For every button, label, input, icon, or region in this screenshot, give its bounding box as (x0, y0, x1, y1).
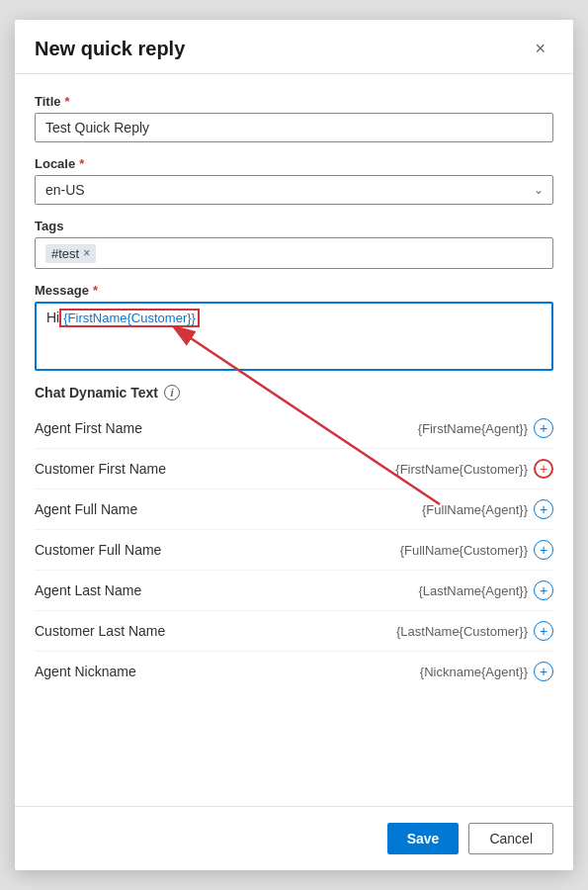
dynamic-text-label: Customer Last Name (35, 623, 396, 639)
title-required: * (65, 94, 70, 109)
tag-item: #test × (45, 244, 96, 263)
dynamic-text-label: Agent Last Name (35, 582, 418, 598)
dynamic-text-section: Chat Dynamic Text i Agent First Name{Fir… (35, 385, 553, 691)
message-group: Message * Hi{FirstName{Customer}} (35, 283, 553, 371)
tags-group: Tags #test × (35, 219, 553, 269)
dynamic-text-row: Customer Last Name{LastName{Customer}}+ (35, 611, 553, 652)
dynamic-text-value: {FullName{Agent}} (422, 502, 528, 517)
locale-required: * (79, 156, 84, 171)
dynamic-text-label: Agent First Name (35, 420, 418, 436)
dynamic-text-row: Agent Last Name{LastName{Agent}}+ (35, 571, 553, 611)
locale-label: Locale * (35, 156, 553, 171)
save-button[interactable]: Save (387, 823, 460, 854)
info-icon[interactable]: i (164, 385, 180, 400)
dynamic-text-list: Agent First Name{FirstName{Agent}}+Custo… (35, 408, 553, 691)
add-dynamic-text-button[interactable]: + (534, 540, 553, 560)
add-dynamic-text-button[interactable]: + (534, 418, 553, 438)
tag-remove-button[interactable]: × (83, 247, 90, 259)
title-label: Title * (35, 94, 553, 109)
dynamic-text-value: {FullName{Customer}} (400, 543, 528, 558)
locale-group: Locale * en-US fr-FR de-DE es-ES ⌄ (35, 156, 553, 205)
dynamic-text-row: Customer First Name{FirstName{Customer}}… (35, 449, 553, 490)
dialog-title: New quick reply (35, 38, 185, 60)
message-prefix: Hi (46, 310, 59, 325)
message-label: Message * (35, 283, 553, 298)
title-input[interactable] (35, 113, 553, 142)
message-required: * (93, 283, 98, 298)
dynamic-section-header: Chat Dynamic Text i (35, 385, 553, 400)
dialog-header: New quick reply × (15, 20, 573, 74)
dynamic-text-label: Customer First Name (35, 461, 395, 477)
dynamic-text-value-area: {LastName{Customer}}+ (396, 621, 553, 641)
tag-value: #test (51, 246, 79, 261)
dynamic-text-row: Agent Nickname{Nickname{Agent}}+ (35, 652, 553, 691)
add-dynamic-text-button[interactable]: + (534, 580, 553, 600)
dialog-container: New quick reply × Title * Locale * en-US… (15, 20, 573, 870)
dynamic-text-value: {LastName{Customer}} (396, 624, 528, 639)
dynamic-text-value: {Nickname{Agent}} (420, 665, 528, 679)
dialog-footer: Save Cancel (15, 806, 573, 870)
dynamic-text-value-area: {FirstName{Agent}}+ (418, 418, 553, 438)
dynamic-text-row: Customer Full Name{FullName{Customer}}+ (35, 530, 553, 571)
dynamic-text-value: {FirstName{Customer}} (395, 462, 528, 477)
message-dynamic-tag: {FirstName{Customer}} (59, 309, 200, 327)
add-dynamic-text-button[interactable]: + (534, 621, 553, 641)
title-group: Title * (35, 94, 553, 142)
dynamic-text-label: Agent Full Name (35, 501, 422, 517)
dynamic-text-value-area: {FirstName{Customer}}+ (395, 459, 553, 479)
tags-label: Tags (35, 219, 553, 233)
dynamic-text-value-area: {FullName{Customer}}+ (400, 540, 553, 560)
add-dynamic-text-button[interactable]: + (534, 662, 553, 681)
message-textarea[interactable]: Hi{FirstName{Customer}} (35, 302, 553, 371)
cancel-button[interactable]: Cancel (468, 823, 553, 854)
dynamic-text-value: {FirstName{Agent}} (418, 421, 528, 436)
dynamic-text-value-area: {Nickname{Agent}}+ (420, 662, 553, 681)
locale-select-wrapper: en-US fr-FR de-DE es-ES ⌄ (35, 175, 553, 205)
locale-select[interactable]: en-US fr-FR de-DE es-ES (35, 175, 553, 205)
add-dynamic-text-button[interactable]: + (534, 499, 553, 519)
dialog-body: Title * Locale * en-US fr-FR de-DE es-ES… (15, 74, 573, 806)
dynamic-text-value-area: {LastName{Agent}}+ (418, 580, 553, 600)
dynamic-text-value-area: {FullName{Agent}}+ (422, 499, 553, 519)
add-dynamic-text-button[interactable]: + (534, 459, 553, 479)
dynamic-text-row: Agent Full Name{FullName{Agent}}+ (35, 490, 553, 530)
close-button[interactable]: × (527, 36, 553, 61)
dynamic-text-label: Customer Full Name (35, 542, 400, 558)
dynamic-text-label: Agent Nickname (35, 664, 420, 679)
dynamic-text-value: {LastName{Agent}} (418, 583, 528, 598)
tags-input[interactable]: #test × (35, 237, 553, 269)
dynamic-text-row: Agent First Name{FirstName{Agent}}+ (35, 408, 553, 449)
